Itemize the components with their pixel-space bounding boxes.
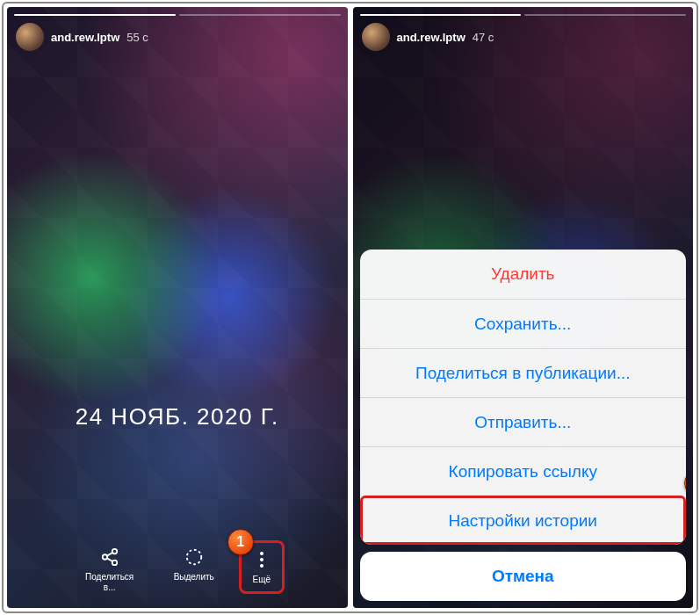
avatar[interactable] [362,23,390,51]
copy-link-action[interactable]: Копировать ссылку [360,446,687,496]
story-settings-label: Настройки истории [449,511,597,531]
highlight-icon [183,546,206,568]
story-view-screen: and.rew.lptw 55 с 24 НОЯБ. 2020 Г. Подел… [7,7,348,608]
story-background [7,7,348,608]
svg-line-4 [107,558,112,561]
username-label[interactable]: and.rew.lptw [397,31,465,44]
date-sticker: 24 НОЯБ. 2020 Г. [76,403,279,430]
svg-point-5 [186,550,201,565]
send-action[interactable]: Отправить... [360,397,687,446]
save-action[interactable]: Сохранить... [360,299,687,348]
timestamp-label: 55 с [126,31,148,44]
callout-badge-1: 1 [227,529,254,555]
story-settings-action[interactable]: Настройки истории 2 [360,496,687,545]
username-label[interactable]: and.rew.lptw [51,31,119,44]
story-toolbar: Поделиться в... Выделить 1 Ещё [7,546,348,592]
svg-line-3 [107,553,112,556]
share-label: Поделиться в... [79,572,141,592]
svg-point-1 [102,554,107,560]
share-post-action[interactable]: Поделиться в публикации... [360,348,687,397]
svg-point-2 [112,561,117,566]
highlight-label: Выделить [174,572,214,582]
svg-point-7 [260,558,263,561]
more-button[interactable]: 1 Ещё [239,540,285,594]
timestamp-label: 47 с [473,31,494,44]
story-header: and.rew.lptw 47 с [362,23,494,51]
progress-indicator [14,14,341,16]
svg-point-8 [260,564,263,568]
action-sheet: Удалить Сохранить... Поделиться в публик… [360,250,687,601]
more-label: Ещё [253,575,271,585]
action-sheet-group: Удалить Сохранить... Поделиться в публик… [360,250,687,545]
highlight-button[interactable]: Выделить [174,546,214,592]
share-button[interactable]: Поделиться в... [79,546,141,592]
svg-point-0 [112,549,117,554]
story-options-screen: and.rew.lptw 47 с Удалить Сохранить... П… [353,7,694,608]
delete-action[interactable]: Удалить [360,250,687,299]
progress-indicator [360,14,687,16]
avatar[interactable] [16,23,44,51]
share-icon [98,546,121,568]
cancel-button[interactable]: Отмена [360,552,687,601]
story-header: and.rew.lptw 55 с [16,23,148,51]
more-dots-icon [250,548,273,571]
svg-point-6 [260,552,263,555]
